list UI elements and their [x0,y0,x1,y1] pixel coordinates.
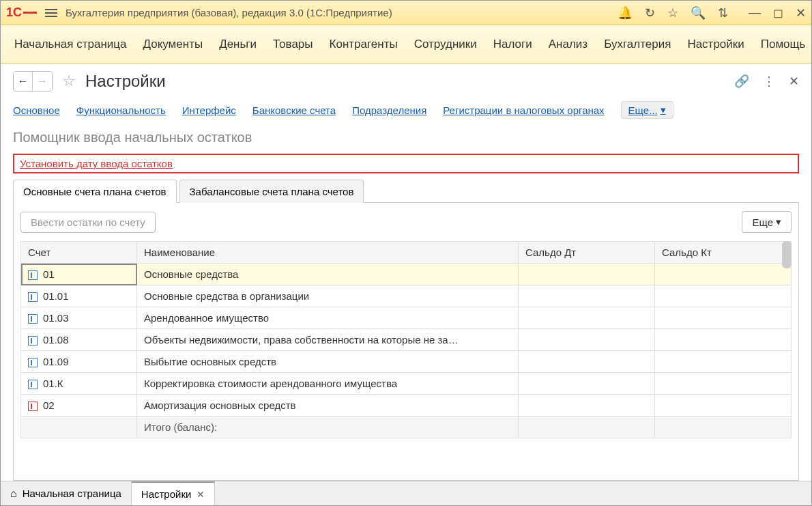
app-title: Бухгалтерия предприятия (базовая), редак… [66,7,392,18]
hamburger-icon[interactable] [45,9,57,17]
cell-credit [655,373,792,395]
scrollbar[interactable] [782,241,792,268]
subnav-interface[interactable]: Интерфейс [182,104,236,116]
cell-debit [519,285,655,307]
forward-button[interactable]: → [33,72,52,91]
page-title: Настройки [85,72,166,91]
tab-offbalance-accounts[interactable]: Забалансовые счета плана счетов [179,180,364,203]
cell-account [21,417,137,438]
accounts-table: Счет Наименование Сальдо Дт Сальдо Кт 01… [20,241,792,438]
cell-credit [655,285,792,307]
toolbar-more-button[interactable]: Еще ▾ [742,211,792,233]
cell-account: 01.09 [21,351,137,373]
close-button[interactable]: ✕ [796,5,806,20]
link-icon[interactable]: 🔗 [734,74,749,89]
task-settings[interactable]: Настройки ✕ [132,481,216,505]
cell-credit [655,264,792,285]
cell-name: Арендованное имущество [137,307,519,329]
nav-buttons: ← → [13,71,53,92]
table-row[interactable]: 02Амортизация основных средств [21,395,792,417]
cell-account: 01.К [21,373,137,395]
toolbar-more-label: Еще [752,216,773,228]
menu-money[interactable]: Деньги [219,38,257,51]
cell-account: 02 [21,395,137,417]
tabs: Основные счета плана счетов Забалансовые… [13,179,799,202]
toolbar: Ввести остатки по счету Еще ▾ [20,211,792,233]
menu-goods[interactable]: Товары [273,38,313,51]
cell-name: Амортизация основных средств [137,395,519,417]
search-icon[interactable]: 🔍 [691,7,706,19]
cell-account: 01.08 [21,329,137,351]
menu-counterparties[interactable]: Контрагенты [330,38,398,51]
favorite-icon[interactable]: ☆ [62,72,76,90]
tab-main-accounts[interactable]: Основные счета плана счетов [13,180,177,203]
close-page-icon[interactable]: ✕ [789,74,799,89]
col-debit[interactable]: Сальдо Дт [519,242,655,264]
menu-documents[interactable]: Документы [143,38,203,51]
table-row[interactable]: 01.01Основные средства в организации [21,285,792,307]
table-row[interactable]: 01.09Выбытие основных средств [21,351,792,373]
menu-analysis[interactable]: Анализ [549,38,588,51]
table-row[interactable]: 01.08Объекты недвижимости, права собстве… [21,329,792,351]
cell-total-label: Итого (баланс): [137,417,519,438]
cell-credit [655,417,792,438]
account-icon [28,380,38,389]
subnav-divisions[interactable]: Подразделения [352,104,426,116]
maximize-button[interactable]: ◻ [773,5,783,20]
chevron-down-icon: ▾ [661,104,666,116]
cell-name: Основные средства [137,264,519,285]
set-date-link[interactable]: Установить дату ввода остатков [20,158,173,169]
account-icon [28,402,38,411]
titlebar: 1C Бухгалтерия предприятия (базовая), ре… [1,1,811,25]
cell-debit [519,351,655,373]
subnav-main[interactable]: Основное [13,104,60,116]
main-menu: Начальная страница Документы Деньги Това… [1,25,811,64]
col-account[interactable]: Счет [21,242,137,264]
cell-debit [519,264,655,285]
enter-balances-button[interactable]: Ввести остатки по счету [20,212,156,233]
star-icon[interactable]: ☆ [667,7,678,19]
back-button[interactable]: ← [14,72,33,91]
menu-help[interactable]: Помощь [761,38,806,51]
subnav-more[interactable]: Еще... ▾ [621,101,673,119]
cell-name: Корректировка стоимости арендованного им… [137,373,519,395]
table-row[interactable]: 01.03Арендованное имущество [21,307,792,329]
chevron-down-icon: ▾ [776,216,781,228]
window-buttons: — ◻ ✕ [749,5,806,20]
menu-settings[interactable]: Настройки [687,38,744,51]
page-actions: 🔗 ⋮ ✕ [734,74,799,89]
subnav-more-label: Еще... [628,104,658,116]
subnav-functionality[interactable]: Функциональность [76,104,166,116]
subnav-bank-accounts[interactable]: Банковские счета [252,104,336,116]
account-icon [28,358,38,367]
kebab-icon[interactable]: ⋮ [763,74,775,89]
table-total-row: Итого (баланс): [21,417,792,438]
task-home[interactable]: ⌂ Начальная страница [1,481,132,505]
menu-home[interactable]: Начальная страница [14,38,127,51]
minimize-button[interactable]: — [749,5,761,20]
taskbar: ⌂ Начальная страница Настройки ✕ [1,481,811,505]
task-settings-label: Настройки [141,488,192,500]
table-row[interactable]: 01.ККорректировка стоимости арендованног… [21,373,792,395]
menu-taxes[interactable]: Налоги [493,38,532,51]
cell-credit [655,329,792,351]
cell-name: Объекты недвижимости, права собственност… [137,329,519,351]
content-area: ← → ☆ Настройки 🔗 ⋮ ✕ Основное Функциона… [1,64,811,481]
tab-content: Ввести остатки по счету Еще ▾ Счет Наиме… [13,202,799,481]
cell-credit [655,351,792,373]
logo-1c: 1C [6,5,37,20]
menu-employees[interactable]: Сотрудники [414,38,477,51]
table-row[interactable]: 01Основные средства [21,264,792,285]
filter-icon[interactable]: ⇅ [718,7,728,19]
cell-credit [655,395,792,417]
subnav-tax-registrations[interactable]: Регистрации в налоговых органах [443,104,604,116]
col-name[interactable]: Наименование [137,242,519,264]
task-home-label: Начальная страница [23,488,121,499]
col-credit[interactable]: Сальдо Кт [655,242,792,264]
history-icon[interactable]: ↻ [645,7,655,19]
close-task-icon[interactable]: ✕ [197,489,205,500]
menu-accounting[interactable]: Бухгалтерия [604,38,671,51]
cell-account: 01.03 [21,307,137,329]
bell-icon[interactable]: 🔔 [618,7,633,19]
cell-debit [519,373,655,395]
